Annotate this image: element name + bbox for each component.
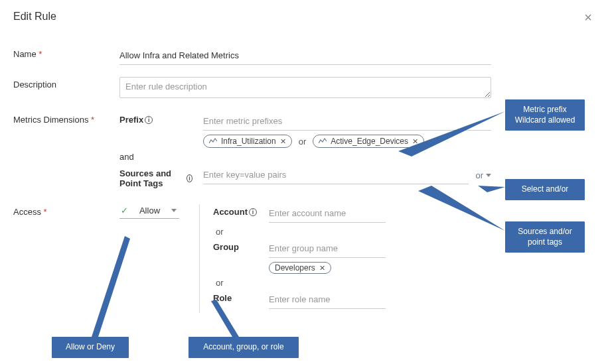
dialog-title: Edit Rule	[13, 11, 56, 23]
group-input[interactable]	[269, 239, 386, 258]
info-icon[interactable]: i	[249, 208, 257, 216]
chevron-down-icon	[171, 209, 177, 212]
chevron-down-icon	[486, 174, 491, 177]
callout-prefix: Metric prefix Wildcard allowed	[505, 99, 585, 131]
description-label: Description	[13, 77, 119, 90]
tags-label: Sources and Point Tagsi	[119, 168, 192, 188]
remove-chip-icon[interactable]: ✕	[412, 137, 418, 146]
group-label: Group	[213, 239, 260, 252]
metrics-dimensions-label: Metrics Dimensions	[13, 112, 119, 125]
group-chip[interactable]: Developers ✕	[269, 262, 331, 274]
info-icon[interactable]: i	[187, 174, 192, 182]
metric-icon	[319, 138, 327, 145]
close-icon[interactable]: ×	[581, 11, 595, 24]
description-textarea[interactable]	[119, 77, 491, 98]
prefix-chip[interactable]: Infra_Utilization ✕	[203, 135, 292, 148]
name-label: Name	[13, 46, 119, 59]
andor-select[interactable]: or	[475, 170, 491, 180]
role-label: Role	[213, 290, 260, 303]
remove-chip-icon[interactable]: ✕	[319, 264, 325, 273]
name-input[interactable]	[119, 46, 491, 65]
info-icon[interactable]: i	[145, 116, 153, 124]
access-or-text: or	[213, 278, 386, 288]
callout-tags: Sources and/or point tags	[505, 221, 585, 253]
access-label: Access	[13, 204, 119, 217]
metric-icon	[209, 138, 217, 145]
callout-account: Account, group, or role	[189, 337, 299, 358]
check-icon: ✓	[121, 206, 128, 215]
prefix-input[interactable]	[203, 112, 491, 131]
tags-input[interactable]	[203, 166, 469, 184]
prefix-label: Prefixi	[119, 115, 153, 125]
account-label: Accounti	[213, 207, 257, 217]
access-select[interactable]: ✓ Allow	[119, 204, 179, 219]
prefix-chip[interactable]: Active_Edge_Devices ✕	[313, 135, 424, 148]
and-separator: and	[119, 152, 491, 162]
role-input[interactable]	[269, 290, 386, 309]
access-or-text: or	[213, 227, 386, 237]
chip-or-text: or	[296, 137, 309, 147]
remove-chip-icon[interactable]: ✕	[280, 137, 286, 146]
callout-andor: Select and/or	[505, 179, 585, 200]
account-input[interactable]	[269, 204, 386, 223]
callout-allow: Allow or Deny	[52, 337, 129, 358]
